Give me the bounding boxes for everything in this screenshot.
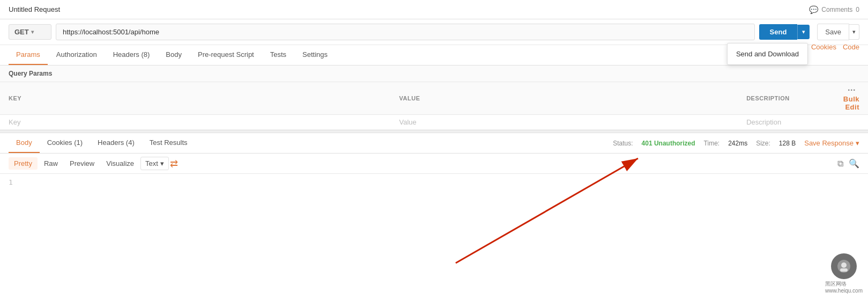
code-content [26,178,859,266]
code-link[interactable]: Code [843,43,859,51]
save-btn-group: Save ▾ [817,24,859,40]
tab-authorization[interactable]: Authorization [49,45,105,65]
format-select[interactable]: Text ▾ [140,157,169,170]
time-label: Time: [704,140,720,147]
table-row: Key Value Description [0,115,868,130]
response-status-bar: Status: 401 Unauthorized Time: 242ms Siz… [613,139,859,147]
watermark: 黑区网络www.heiqu.com [825,253,863,294]
value-column-header: VALUE [391,82,738,115]
wrap-icon[interactable]: ⇄ [170,158,178,170]
line-numbers: 1 [9,178,17,266]
method-select[interactable]: GET ▾ [9,24,51,40]
tab-body[interactable]: Body [158,45,189,65]
view-tab-pretty[interactable]: Pretty [9,157,38,170]
actions-column-header: ··· Bulk Edit [825,82,868,115]
top-links-bar: Cookies Code [811,43,859,51]
bulk-edit-button[interactable]: Bulk Edit [843,95,859,111]
watermark-text: 黑区网络www.heiqu.com [825,280,863,294]
cookies-link[interactable]: Cookies [811,43,836,51]
params-table: KEY VALUE DESCRIPTION ··· Bulk Edit Key … [0,82,868,130]
send-download-dropdown: Send and Download [727,43,808,65]
tab-headers[interactable]: Headers (8) [106,45,158,65]
format-select-label: Text [145,159,158,167]
watermark-logo [831,253,857,279]
value-placeholder: Value [399,118,417,126]
comments-label: Comments [821,6,852,13]
response-tab-headers[interactable]: Headers (4) [90,133,142,153]
size-label: Size: [756,140,770,147]
send-and-download-item[interactable]: Send and Download [728,46,807,62]
size-value: 128 B [779,140,796,147]
response-tab-body[interactable]: Body [9,133,40,153]
comments-icon: 💬 [809,5,818,14]
save-button[interactable]: Save [817,24,849,40]
send-dropdown-arrow-icon: ▾ [802,28,805,35]
key-column-header: KEY [0,82,391,115]
view-tab-preview[interactable]: Preview [64,157,100,170]
key-placeholder: Key [9,118,20,126]
tab-params[interactable]: Params [9,45,48,65]
view-tab-raw[interactable]: Raw [39,157,63,170]
tab-settings[interactable]: Settings [295,45,335,65]
tab-prerequest[interactable]: Pre-request Script [190,45,262,65]
save-dropdown-arrow-icon: ▾ [852,28,856,35]
description-column-header: DESCRIPTION [738,82,825,115]
status-value: 401 Unauthorized [642,140,695,147]
status-label: Status: [613,140,633,147]
send-dropdown-button[interactable]: ▾ [797,25,810,39]
url-bar: GET ▾ Send ▾ Save ▾ [0,19,868,45]
body-view-tabs-left: Pretty Raw Preview Visualize Text ▾ ⇄ [9,157,178,170]
query-params-label: Query Params [0,65,868,82]
time-value: 242ms [728,140,747,147]
title-bar: Untitled Request 💬 Comments 0 [0,0,868,19]
app-title: Untitled Request [9,5,60,13]
body-view-tabs-right: ⧉ 🔍 [837,158,859,169]
url-input[interactable] [56,24,755,40]
response-tabs-bar: Body Cookies (1) Headers (4) Test Result… [0,133,868,154]
save-response-button[interactable]: Save Response ▾ [804,139,859,147]
send-btn-group: Send ▾ [759,24,810,40]
format-select-arrow-icon: ▾ [160,159,164,167]
body-view-tabs: Pretty Raw Preview Visualize Text ▾ ⇄ ⧉ … [0,154,868,174]
more-icon[interactable]: ··· [848,85,856,94]
search-icon[interactable]: 🔍 [849,158,859,169]
method-chevron-icon: ▾ [31,29,34,35]
svg-rect-4 [840,268,848,272]
description-placeholder: Description [746,118,781,126]
svg-point-3 [841,262,847,268]
view-tab-visualize[interactable]: Visualize [101,157,139,170]
save-dropdown-button[interactable]: ▾ [849,24,859,40]
comments-count: 0 [856,6,859,13]
code-area: 1 [0,174,868,271]
response-tab-test-results[interactable]: Test Results [142,133,195,153]
tab-tests[interactable]: Tests [263,45,294,65]
response-tab-cookies[interactable]: Cookies (1) [40,133,90,153]
send-button[interactable]: Send [759,24,798,40]
save-response-arrow-icon: ▾ [856,139,859,147]
response-tabs: Body Cookies (1) Headers (4) Test Result… [9,133,195,153]
copy-icon[interactable]: ⧉ [837,159,843,169]
method-label: GET [14,28,29,36]
